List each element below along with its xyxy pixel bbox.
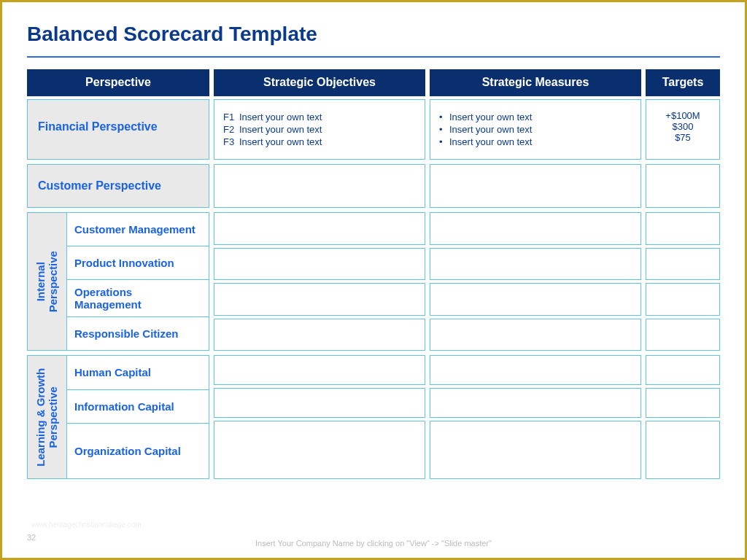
empty-cell bbox=[646, 212, 720, 245]
internal-objectives bbox=[214, 212, 425, 351]
th-objectives: Strategic Objectives bbox=[214, 69, 425, 96]
empty-cell bbox=[214, 212, 425, 245]
sub-ops-mgmt: Operations Management bbox=[67, 280, 209, 317]
sub-org-cap: Organization Capital bbox=[67, 424, 209, 478]
financial-objectives: F1Insert your own text F2Insert your own… bbox=[214, 99, 425, 160]
empty-cell bbox=[214, 283, 425, 316]
measure-text: Insert your own text bbox=[449, 112, 532, 122]
bullet-icon: • bbox=[439, 124, 449, 135]
customer-targets bbox=[646, 164, 720, 208]
empty-cell bbox=[214, 319, 425, 351]
row-financial: Financial Perspective F1Insert your own … bbox=[27, 99, 720, 160]
sub-customer-mgmt: Customer Management bbox=[67, 213, 209, 246]
row-internal: InternalPerspective Customer Management … bbox=[27, 212, 720, 351]
obj-text: Insert your own text bbox=[239, 136, 322, 147]
empty-cell bbox=[430, 283, 641, 316]
row-customer: Customer Perspective bbox=[27, 164, 720, 208]
customer-objectives bbox=[214, 164, 425, 208]
obj-code: F3 bbox=[223, 136, 239, 147]
empty-cell bbox=[646, 355, 720, 385]
empty-cell bbox=[430, 212, 641, 245]
empty-cell bbox=[646, 283, 720, 316]
empty-cell bbox=[430, 355, 641, 385]
learning-measures bbox=[430, 355, 641, 479]
sub-human-cap: Human Capital bbox=[67, 356, 209, 390]
empty-cell bbox=[214, 421, 425, 479]
measure-text: Insert your own text bbox=[449, 124, 532, 135]
obj-text: Insert your own text bbox=[239, 112, 322, 122]
financial-measures: •Insert your own text •Insert your own t… bbox=[430, 99, 641, 160]
bullet-icon: • bbox=[439, 136, 449, 147]
measure-text: Insert your own text bbox=[449, 136, 532, 147]
th-measures: Strategic Measures bbox=[430, 69, 641, 96]
internal-wrap: InternalPerspective Customer Management … bbox=[27, 212, 209, 351]
row-learning: Learning & GrowthPerspective Human Capit… bbox=[27, 355, 720, 479]
internal-measures bbox=[430, 212, 641, 351]
learning-wrap: Learning & GrowthPerspective Human Capit… bbox=[27, 355, 209, 479]
header-row: Perspective Strategic Objectives Strateg… bbox=[27, 69, 720, 96]
empty-cell bbox=[646, 248, 720, 281]
empty-cell bbox=[646, 319, 720, 351]
watermark: www.heritagechristiancollege.com bbox=[31, 521, 142, 529]
empty-cell bbox=[430, 388, 641, 418]
obj-code: F1 bbox=[223, 112, 239, 122]
obj-code: F2 bbox=[223, 124, 239, 135]
learning-vlabel: Learning & GrowthPerspective bbox=[34, 368, 60, 467]
page-title: Balanced Scorecard Template bbox=[27, 23, 720, 46]
target-value: $300 bbox=[655, 121, 711, 132]
th-perspective: Perspective bbox=[27, 69, 209, 96]
empty-cell bbox=[646, 388, 720, 418]
customer-measures bbox=[430, 164, 641, 208]
internal-targets bbox=[646, 212, 720, 351]
obj-text: Insert your own text bbox=[239, 124, 322, 135]
financial-label: Financial Perspective bbox=[27, 99, 209, 160]
target-value: +$100M bbox=[655, 110, 711, 121]
internal-subs: Customer Management Product Innovation O… bbox=[67, 213, 209, 350]
empty-cell bbox=[430, 319, 641, 351]
title-divider bbox=[27, 56, 720, 58]
empty-cell bbox=[430, 421, 641, 479]
bullet-icon: • bbox=[439, 112, 449, 122]
scorecard-table: Perspective Strategic Objectives Strateg… bbox=[27, 69, 720, 479]
learning-objectives bbox=[214, 355, 425, 479]
sub-info-cap: Information Capital bbox=[67, 390, 209, 424]
learning-targets bbox=[646, 355, 720, 479]
th-targets: Targets bbox=[646, 69, 720, 96]
empty-cell bbox=[646, 421, 720, 479]
empty-cell bbox=[214, 248, 425, 281]
footer-text: Insert Your Company Name by clicking on … bbox=[2, 539, 745, 548]
target-value: $75 bbox=[655, 132, 711, 143]
sub-product-innov: Product Innovation bbox=[67, 246, 209, 280]
learning-subs: Human Capital Information Capital Organi… bbox=[67, 356, 209, 478]
internal-vlabel: InternalPerspective bbox=[34, 251, 60, 312]
financial-targets: +$100M $300 $75 bbox=[646, 99, 720, 160]
empty-cell bbox=[214, 388, 425, 418]
customer-label: Customer Perspective bbox=[27, 164, 209, 208]
sub-resp-citizen: Responsible Citizen bbox=[67, 317, 209, 350]
empty-cell bbox=[214, 355, 425, 385]
empty-cell bbox=[430, 248, 641, 281]
